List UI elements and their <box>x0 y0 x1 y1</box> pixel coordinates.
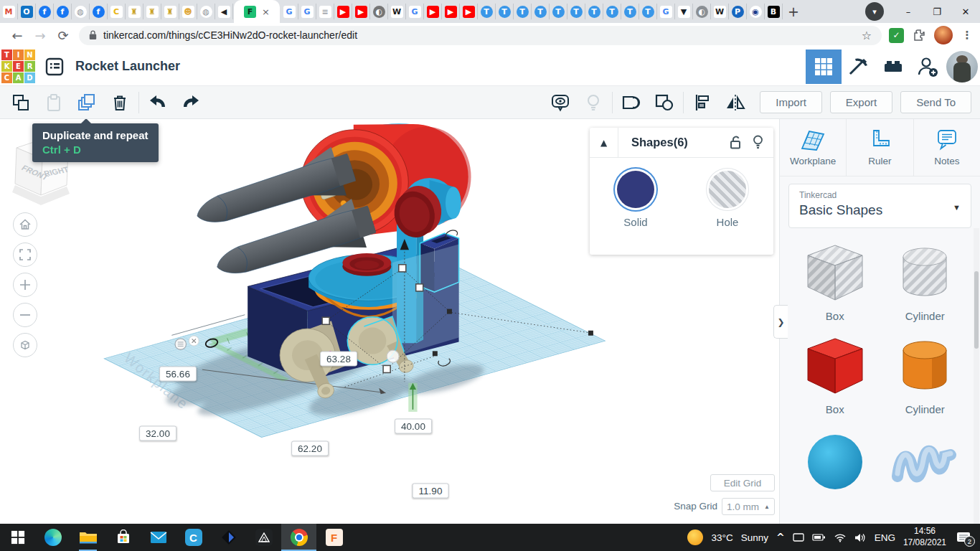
forward-button[interactable]: → <box>29 28 52 43</box>
fit-view-button[interactable] <box>13 242 37 267</box>
export-button[interactable]: Export <box>830 91 892 113</box>
blocks-view-button[interactable] <box>806 50 842 84</box>
browser-tab-document[interactable]: ≡ <box>316 4 334 19</box>
import-button[interactable]: Import <box>760 91 822 113</box>
mirror-button[interactable] <box>719 89 752 116</box>
taskbar-app-start[interactable] <box>0 524 35 551</box>
taskbar-app-edge[interactable] <box>35 524 70 551</box>
design-title[interactable]: Rocket Launcher <box>75 59 180 74</box>
browser-tab-wikipedia[interactable]: W <box>388 4 406 19</box>
browser-tab-youtube[interactable]: ▶ <box>334 4 352 19</box>
dimension-label[interactable]: 11.90 <box>413 484 449 499</box>
dimension-label[interactable]: 32.00 <box>139 426 176 441</box>
copy-button[interactable] <box>4 89 37 116</box>
hide-selection-icon[interactable] <box>544 89 577 116</box>
tab-close-icon[interactable]: × <box>262 6 270 17</box>
browser-tab-lego-robot[interactable]: ♜ <box>161 4 179 19</box>
bulb-icon[interactable] <box>753 135 763 150</box>
browser-tab-lego-robot[interactable]: ♜ <box>143 4 161 19</box>
browser-tab-tinkercad[interactable]: T <box>621 4 639 19</box>
sidebar-scrollbar[interactable] <box>974 228 979 524</box>
browser-tab-google[interactable]: G <box>406 4 424 19</box>
green-height-arrow[interactable] <box>408 383 417 412</box>
wifi-icon[interactable] <box>834 533 847 542</box>
dimension-label[interactable]: 56.66 <box>159 367 197 382</box>
send-to-button[interactable]: Send To <box>900 91 971 113</box>
browser-tab-outlook[interactable]: O <box>18 4 36 19</box>
browser-tab-chrome-gray[interactable]: ◐ <box>693 4 711 19</box>
browser-tab-tinkercad[interactable]: T <box>585 4 603 19</box>
shape-library-dropdown[interactable]: Tinkercad Basic Shapes ▼ <box>788 184 971 228</box>
browser-tab-lego-robot[interactable]: ♜ <box>126 4 143 19</box>
browser-tab-p21[interactable]: P <box>729 4 747 19</box>
browser-tab-tinkercad[interactable]: T <box>567 4 585 19</box>
gallery-shape-orange-cylinder[interactable]: Cylinder <box>880 333 971 419</box>
show-all-bulb-icon[interactable] <box>577 89 610 116</box>
taskbar-app-mail[interactable] <box>141 524 176 551</box>
browser-tab-eye[interactable]: ◉ <box>747 4 765 19</box>
undo-button[interactable] <box>141 89 174 116</box>
dimension-label[interactable]: 40.00 <box>395 419 432 434</box>
redo-button[interactable] <box>174 89 207 116</box>
browser-tab-youtube[interactable]: ▶ <box>424 4 442 19</box>
browser-tab-person-hat[interactable]: ☻ <box>179 4 197 19</box>
taskbar-app-prusa[interactable] <box>246 524 281 551</box>
tab-search-button[interactable]: ▾ <box>865 2 884 21</box>
tool-workplane[interactable]: Workplane <box>780 119 846 176</box>
browser-tab-tinkercad[interactable]: T <box>514 4 532 19</box>
taskbar-app-slicer[interactable] <box>211 524 246 551</box>
weather-sun-icon[interactable] <box>687 529 703 545</box>
taskbar-app-cura[interactable]: C <box>176 524 211 551</box>
tablet-mode-icon[interactable] <box>793 532 804 542</box>
window-minimize-button[interactable]: – <box>894 0 923 23</box>
browser-tab-wikipedia[interactable]: W <box>711 4 729 19</box>
paste-button[interactable] <box>37 89 70 116</box>
browser-tab-tinkercad[interactable]: T <box>478 4 496 19</box>
browser-tab-gmail[interactable]: M <box>0 4 18 19</box>
gallery-shape-hole-cylinder[interactable]: Cylinder <box>880 240 971 326</box>
gallery-shape-sphere[interactable] <box>790 426 880 512</box>
browser-menu-icon[interactable]: ⋮ <box>960 29 974 42</box>
snap-grid-select[interactable]: 1.0 mm ▲ <box>722 498 775 515</box>
viewport[interactable]: Workplane <box>0 119 779 524</box>
align-button[interactable] <box>686 89 719 116</box>
pedestal-disc[interactable] <box>342 253 391 276</box>
taskbar-app-store[interactable] <box>105 524 141 551</box>
volume-icon[interactable] <box>854 533 867 542</box>
ungroup-button[interactable] <box>648 89 681 116</box>
active-tab[interactable]: F × <box>234 0 280 23</box>
solid-swatch[interactable] <box>617 171 654 208</box>
browser-tab-globe[interactable]: ◍ <box>72 4 90 19</box>
browser-tab-vimeo-dark[interactable]: ▼ <box>675 4 693 19</box>
browser-tab-google[interactable]: G <box>657 4 675 19</box>
browser-tab-tinkercad[interactable]: T <box>550 4 567 19</box>
tinkercad-logo[interactable]: TINKERCAD <box>1 50 35 83</box>
back-button[interactable]: ← <box>6 28 29 43</box>
extension-check-icon[interactable]: ✓ <box>889 28 904 43</box>
browser-tab-globe-dark[interactable]: ◐ <box>370 4 388 19</box>
bookmark-star-icon[interactable]: ☆ <box>862 29 872 42</box>
minecraft-pickaxe-icon[interactable] <box>842 50 876 84</box>
tool-notes[interactable]: Notes <box>913 119 980 176</box>
browser-tab-speaker[interactable]: ◀ <box>215 4 233 19</box>
browser-tab-google-translate[interactable]: G <box>281 4 298 19</box>
url-text[interactable]: tinkercad.com/things/cCE3HiNw2dO-rocket-… <box>103 29 862 41</box>
user-avatar[interactable] <box>946 51 978 83</box>
taskbar-app-explorer[interactable] <box>70 524 105 551</box>
tray-expand-icon[interactable]: ^ <box>776 532 785 543</box>
taskbar-app-fusion[interactable]: F <box>316 524 352 551</box>
hole-swatch[interactable] <box>709 171 746 208</box>
browser-tab-youtube[interactable]: ▶ <box>442 4 460 19</box>
zoom-out-button[interactable] <box>13 303 37 327</box>
zoom-in-button[interactable] <box>13 273 37 297</box>
browser-tab-commodore[interactable]: C <box>108 4 126 19</box>
duplicate-button[interactable] <box>70 89 103 116</box>
design-properties-icon[interactable] <box>45 57 64 76</box>
taskbar-app-chrome[interactable] <box>281 524 316 551</box>
browser-tab-tinkercad[interactable]: T <box>639 4 657 19</box>
browser-tab-youtube[interactable]: ▶ <box>352 4 370 19</box>
reload-button[interactable]: ⟳ <box>52 28 75 43</box>
delete-button[interactable] <box>103 89 136 116</box>
extensions-puzzle-icon[interactable] <box>913 29 925 42</box>
language-indicator[interactable]: ENG <box>875 532 895 543</box>
